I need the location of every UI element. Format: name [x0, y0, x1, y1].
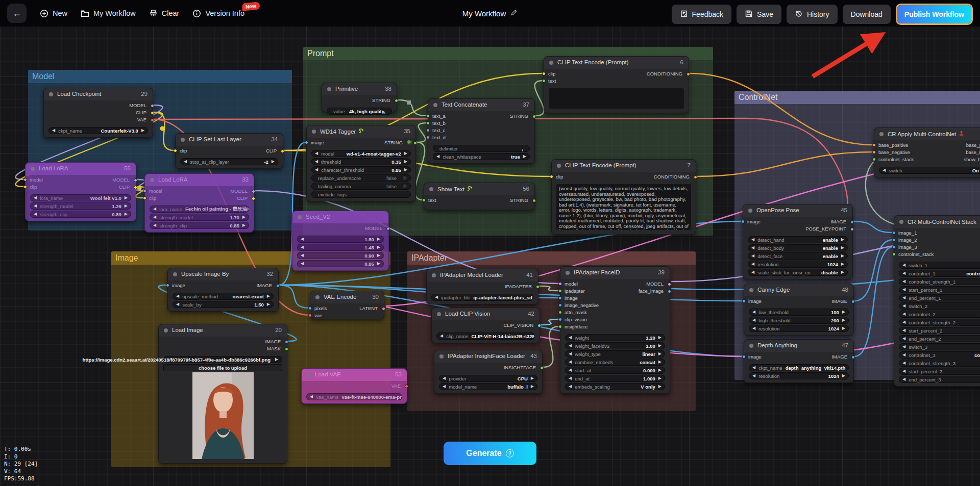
node-seed-v2[interactable]: Seed_V2MODEL◀1.50▶◀1.45▶◀0.90▶◀0.85▶: [292, 211, 389, 271]
widget-value[interactable]: https://image.cdn2.seaart.ai/20240518/f8…: [163, 356, 282, 363]
increment-arrow[interactable]: ▶: [404, 166, 407, 173]
widget-strength_clip[interactable]: ◀strength_clip0.89▶: [30, 211, 131, 218]
increment-arrow[interactable]: ▶: [842, 317, 845, 324]
widget-low_threshold[interactable]: ◀low_threshold100▶: [749, 309, 849, 316]
node-collapse-dot[interactable]: [173, 272, 177, 276]
port-dot[interactable]: [281, 149, 284, 153]
increment-arrow[interactable]: ▶: [531, 375, 534, 382]
port-dot[interactable]: [23, 178, 27, 182]
generate-button[interactable]: Generate ?: [444, 442, 536, 465]
history-button[interactable]: History: [787, 5, 838, 24]
node-collapse-dot[interactable]: [181, 138, 185, 142]
widget-threshold[interactable]: ◀threshold0.35▶: [311, 158, 411, 165]
increment-arrow[interactable]: ▶: [841, 244, 844, 251]
port-dot[interactable]: [850, 227, 854, 231]
node-ipadapter-insightface-loader[interactable]: IPAdapter InsightFace Loader43INSIGHTFAC…: [434, 350, 543, 394]
port-dot[interactable]: [426, 121, 430, 125]
increment-arrow[interactable]: ▶: [842, 372, 845, 379]
decrement-arrow[interactable]: ◀: [752, 364, 755, 371]
increment-arrow[interactable]: ▶: [242, 222, 246, 229]
port-dot[interactable]: [550, 175, 553, 178]
widget-ckpt_name[interactable]: ◀ckpt_namedepth_anything_vitl14.pth▶: [749, 364, 849, 371]
increment-arrow[interactable]: ▶: [377, 260, 380, 267]
port-dot[interactable]: [558, 325, 562, 328]
decrement-arrow[interactable]: ◀: [569, 334, 572, 341]
edit-pencil-icon[interactable]: [510, 9, 518, 18]
toggle-knob[interactable]: [402, 184, 407, 189]
port-dot[interactable]: [892, 231, 896, 235]
node-collapse-dot[interactable]: [566, 271, 570, 275]
port-dot[interactable]: [386, 227, 390, 231]
decrement-arrow[interactable]: ◀: [436, 153, 439, 160]
port-dot[interactable]: [742, 299, 746, 303]
port-dot[interactable]: [668, 290, 671, 293]
widget-start_percent_2[interactable]: ◀start_percent_2▶: [899, 327, 980, 334]
port-dot[interactable]: [537, 324, 541, 327]
port-dot[interactable]: [892, 245, 896, 249]
widget-clip_name[interactable]: ◀clip_nameCLIP-ViT-H-14-laion2B-s32B-b79…: [436, 332, 535, 340]
widget-end_at[interactable]: ◀end_at1.000▶: [565, 375, 665, 382]
widget-value[interactable]: ◀0.90▶: [297, 252, 384, 259]
node-collapse-dot[interactable]: [439, 354, 444, 359]
port-dot[interactable]: [558, 282, 562, 286]
widget-switch_3[interactable]: ◀switch_3▶: [899, 343, 980, 350]
port-dot[interactable]: [872, 150, 876, 154]
decrement-arrow[interactable]: ◀: [902, 302, 905, 310]
widget-weight[interactable]: ◀weight1.20▶: [565, 334, 665, 341]
decrement-arrow[interactable]: ◀: [902, 319, 905, 326]
widget-resolution[interactable]: ◀resolution1024▶: [748, 261, 848, 268]
decrement-arrow[interactable]: ◀: [440, 332, 443, 340]
node-load-lora-33[interactable]: Load LoRA33modelclipMODELCLIP◀lora_nameF…: [144, 173, 254, 233]
increment-arrow[interactable]: ▶: [658, 359, 662, 366]
my-workflow-button[interactable]: My Workflow: [81, 9, 136, 18]
decrement-arrow[interactable]: ◀: [902, 376, 905, 383]
port-dot[interactable]: [872, 143, 876, 147]
increment-arrow[interactable]: ▶: [125, 202, 128, 210]
node-wd14-tagger[interactable]: WD14 Tagger35imageSTRING◀modelwd-v1-4-mo…: [306, 125, 416, 201]
widget-provider[interactable]: ◀providerCPU▶: [439, 375, 537, 382]
decrement-arrow[interactable]: ◀: [569, 375, 572, 382]
widget-ipadapter_file[interactable]: ◀ipadapter_fileip-adapter-faceid-plus_sd…: [431, 294, 533, 301]
widget-end_percent_3[interactable]: ◀end_percent_3▶: [899, 376, 980, 383]
increment-arrow[interactable]: ▶: [658, 350, 662, 357]
widget-stop_at_clip_layer[interactable]: ◀stop_at_clip_layer-2▶: [180, 158, 278, 165]
decrement-arrow[interactable]: ◀: [301, 252, 304, 259]
widget-value[interactable]: ◀0.85▶: [297, 260, 384, 267]
port-dot[interactable]: [305, 141, 308, 144]
port-dot[interactable]: [143, 189, 146, 193]
port-dot[interactable]: [558, 318, 562, 321]
increment-arrow[interactable]: ▶: [275, 356, 278, 363]
port-dot[interactable]: [23, 185, 27, 189]
prompt-textarea[interactable]: (worst quality, low quality, normal qual…: [556, 184, 691, 230]
decrement-arrow[interactable]: ◀: [315, 166, 318, 173]
increment-arrow[interactable]: ▶: [125, 194, 128, 201]
decrement-arrow[interactable]: ◀: [569, 367, 572, 374]
port-dot[interactable]: [285, 347, 288, 351]
increment-arrow[interactable]: ▶: [842, 325, 845, 332]
widget-upscale_method[interactable]: ◀upscale_methodnearest-exact▶: [173, 293, 274, 300]
widget-controlnet_3[interactable]: ◀controlnet_3control_v▶: [899, 351, 980, 359]
node-ipadapter-faceid[interactable]: IPAdapter FaceID39modelipadapterimageima…: [560, 266, 670, 394]
node-clip-text-encode-6[interactable]: CLIP Text Encode (Prompt)6cliptextCONDIT…: [544, 56, 689, 113]
port-dot[interactable]: [542, 72, 546, 75]
node-clip-set-last-layer[interactable]: CLIP Set Last Layer34clipCLIP◀stop_at_cl…: [175, 133, 283, 169]
node-canny-edge[interactable]: Canny Edge48imageIMAGE◀low_threshold100▶…: [744, 284, 854, 336]
node-show-text[interactable]: Show Text56textSTRING: [424, 183, 535, 210]
decrement-arrow[interactable]: ◀: [569, 383, 572, 390]
node-collapse-dot[interactable]: [312, 130, 316, 134]
port-dot[interactable]: [532, 199, 536, 202]
widget-start_percent_3[interactable]: ◀start_percent_3▶: [899, 368, 980, 375]
widget-detect_body[interactable]: ◀detect_bodyenable▶: [748, 244, 848, 251]
port-dot[interactable]: [851, 355, 855, 359]
clear-button[interactable]: Clear: [149, 9, 180, 18]
port-dot[interactable]: [542, 79, 546, 83]
decrement-arrow[interactable]: ◀: [902, 262, 905, 269]
increment-arrow[interactable]: ▶: [841, 261, 844, 268]
increment-arrow[interactable]: ▶: [658, 342, 662, 349]
decrement-arrow[interactable]: ◀: [153, 214, 156, 221]
port-dot[interactable]: [382, 307, 385, 311]
node-collapse-dot[interactable]: [164, 328, 168, 332]
port-dot[interactable]: [558, 289, 562, 293]
decrement-arrow[interactable]: ◀: [902, 311, 905, 318]
decrement-arrow[interactable]: ◀: [184, 158, 187, 165]
